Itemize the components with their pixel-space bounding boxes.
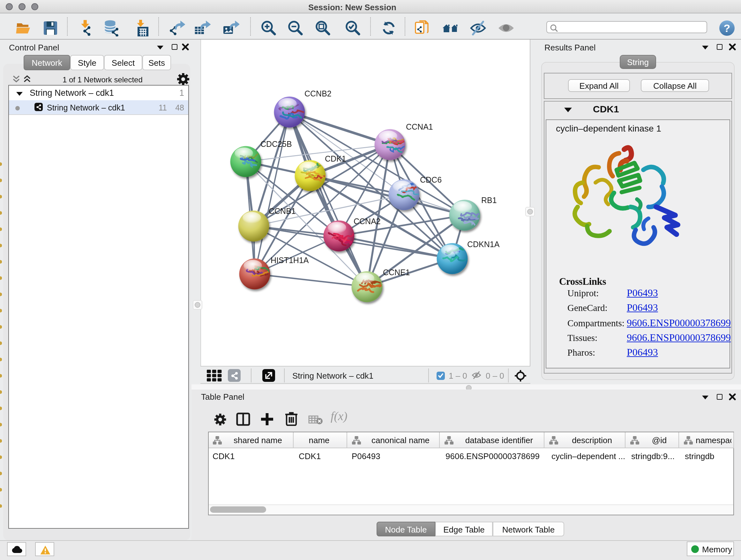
svg-text:CCNE1: CCNE1: [383, 268, 410, 277]
svg-text:?: ?: [724, 22, 731, 34]
svg-text:RB1: RB1: [481, 196, 497, 205]
svg-text:CDC25B: CDC25B: [260, 139, 292, 148]
svg-text:CCNB1: CCNB1: [269, 206, 296, 215]
svg-text:CDC6: CDC6: [420, 175, 442, 184]
svg-text:CCNA1: CCNA1: [406, 122, 433, 131]
svg-text:CDK1: CDK1: [325, 154, 346, 163]
svg-text:HIST1H1A: HIST1H1A: [271, 256, 309, 265]
svg-text:CCNB2: CCNB2: [305, 89, 332, 98]
svg-text:CDKN1A: CDKN1A: [467, 240, 500, 249]
svg-text:CCNA2: CCNA2: [354, 217, 381, 226]
